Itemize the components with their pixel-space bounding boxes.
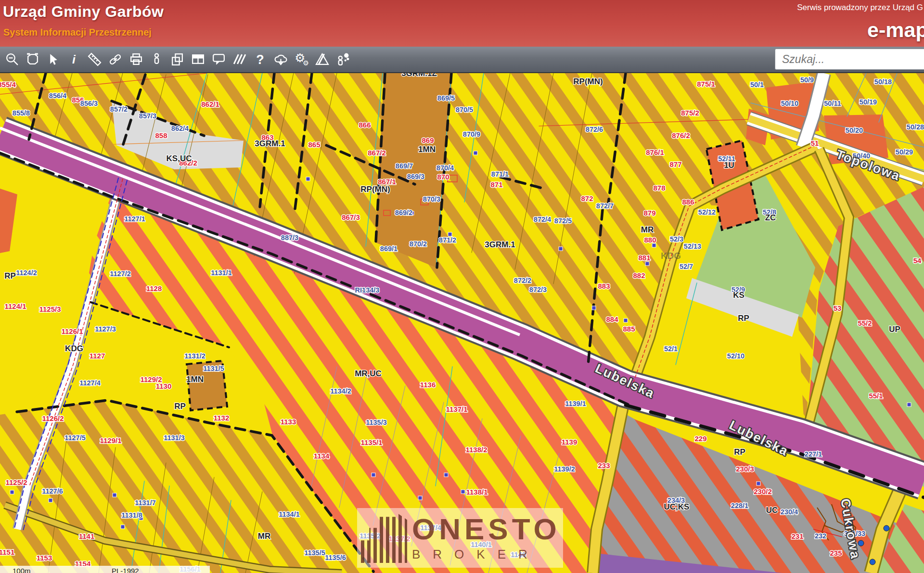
parcel-number: 52/7 — [680, 263, 693, 270]
parcel-number: 1127/2 — [110, 270, 131, 278]
parcel-number: 1131/2 — [184, 352, 205, 360]
parcel-number: 53 — [834, 304, 842, 312]
zone-label-faded: KDG — [661, 251, 681, 261]
map-marker-dot — [444, 473, 448, 477]
zone-label: KDG — [65, 344, 83, 353]
reports-icon[interactable] — [312, 50, 333, 70]
parcel-number: 1127/1 — [124, 215, 145, 223]
parcel-number: 1125/3 — [39, 305, 61, 313]
comments-icon[interactable] — [208, 50, 229, 70]
parcel-number: 1127/4 — [79, 379, 101, 387]
cloud-download-icon[interactable] — [270, 50, 291, 70]
zone-label: RP(MN) — [360, 185, 390, 194]
parcel-number: 1124/1 — [4, 302, 26, 310]
zone-label: RP — [174, 402, 186, 411]
parcel-number: 1134/1 — [279, 510, 300, 518]
parcel-number: 50/11 — [824, 100, 841, 107]
parcel-number: 880 — [644, 236, 656, 244]
search-box — [775, 49, 924, 70]
map-marker-circle — [884, 525, 889, 531]
parcel-number: 875/2 — [681, 109, 699, 117]
parcel-number: 1131/7 — [135, 499, 156, 507]
zone-label: MR — [258, 532, 270, 541]
measure-icon[interactable] — [84, 50, 105, 70]
map-marker-dot — [113, 493, 116, 497]
parcel-number: 862/1 — [201, 100, 219, 108]
parcel-number: 875/1 — [697, 80, 715, 88]
share-icon[interactable] — [333, 50, 353, 70]
parcel-number: 1133 — [281, 418, 296, 426]
svg-text:?: ? — [256, 52, 264, 67]
parcel-number: 872/3 — [529, 286, 547, 293]
hatch-layers-icon[interactable] — [229, 50, 250, 70]
emapa-logo: e-map — [867, 18, 924, 42]
street-view-icon[interactable] — [146, 50, 167, 70]
parcel-number: 872/2 — [514, 277, 531, 284]
toolbar: i?⚙⚙ — [0, 47, 924, 73]
parcel-number: 857/3 — [139, 112, 156, 120]
parcel-number: 50/18 — [874, 78, 892, 86]
parcel-number: 231 — [791, 532, 803, 540]
zoom-area-icon[interactable] — [1, 50, 22, 70]
select-area-icon[interactable] — [22, 50, 43, 70]
parcel-number: 878 — [653, 184, 665, 192]
zone-label: UC — [766, 506, 778, 515]
parcel-number: 877 — [669, 160, 681, 168]
info-icon[interactable]: i — [64, 50, 84, 70]
parcel-number: RI134/3 — [355, 286, 380, 294]
zone-label: MR,UC — [355, 369, 382, 378]
settings-icon[interactable]: ⚙⚙ — [291, 50, 312, 70]
layout-icon[interactable] — [188, 50, 208, 70]
parcel-number: 1132 — [214, 414, 230, 422]
zone-label: 3GRM.1 — [485, 240, 515, 249]
zone-label: RP — [738, 314, 749, 323]
parcel-number: 228/1 — [731, 502, 748, 509]
parcel-number: 857/2 — [110, 105, 128, 113]
zone-label: ZC — [765, 213, 776, 222]
map-canvas[interactable]: 855/4856862/1858862/2863866865867/286987… — [0, 0, 924, 573]
parcel-number: 869/7 — [396, 162, 413, 170]
map-marker-dot — [907, 403, 911, 407]
parcel-number: 855/4 — [0, 80, 16, 89]
parcel-number: 856/3 — [80, 100, 98, 107]
parcel-number: 1151 — [0, 548, 14, 556]
parcel-number: 872/7 — [596, 202, 614, 210]
zone-label: UP — [889, 325, 900, 334]
copy-view-icon[interactable] — [167, 50, 188, 70]
print-icon[interactable] — [126, 50, 146, 70]
scalebar: 100m PL-1992 — [0, 566, 210, 573]
scalebar-distance: 100m — [13, 567, 31, 573]
parcel-number: 50/19 — [860, 98, 877, 106]
link-icon[interactable] — [105, 50, 126, 70]
parcel-number: 872/5 — [554, 217, 572, 225]
parcel-number: 867/2 — [368, 149, 386, 157]
parcel-number: 1129/1 — [100, 436, 121, 445]
parcel-number: 867/3 — [342, 213, 360, 221]
help-icon[interactable]: ? — [250, 50, 270, 70]
parcel-number: 866 — [359, 121, 371, 129]
parcel-number: 872/4 — [534, 216, 551, 223]
parcel-number: 870 — [437, 173, 449, 181]
parcel-number: 1135/6 — [325, 554, 346, 561]
zone-label: RP — [4, 271, 16, 280]
parcel-number: 229 — [694, 434, 706, 443]
parcel-number: 1139 — [562, 438, 578, 446]
map-marker-dot — [121, 525, 125, 529]
parcel-number: 871/2 — [439, 236, 456, 244]
pointer-icon[interactable] — [43, 50, 64, 70]
parcel-number: 50/10 — [781, 100, 798, 107]
map-marker-dot — [49, 498, 52, 502]
search-input[interactable] — [775, 49, 924, 69]
parcel-number: 1134 — [314, 452, 330, 460]
parcel-number: 1127/6 — [42, 487, 63, 495]
parcel-number: 1128 — [146, 284, 162, 293]
parcel-number: 882 — [633, 271, 645, 280]
parcel-number: 1130 — [156, 382, 172, 390]
parcel-number: 55/2 — [858, 319, 872, 327]
parcel-number: 1138/1 — [466, 488, 488, 496]
parcel-number: 1131/1 — [211, 269, 232, 277]
parcel-number: 870/4 — [436, 164, 454, 172]
parcel-number: 233 — [598, 461, 610, 470]
parcel-number: 1127/5 — [64, 434, 86, 442]
map-marker-dot — [372, 473, 375, 477]
